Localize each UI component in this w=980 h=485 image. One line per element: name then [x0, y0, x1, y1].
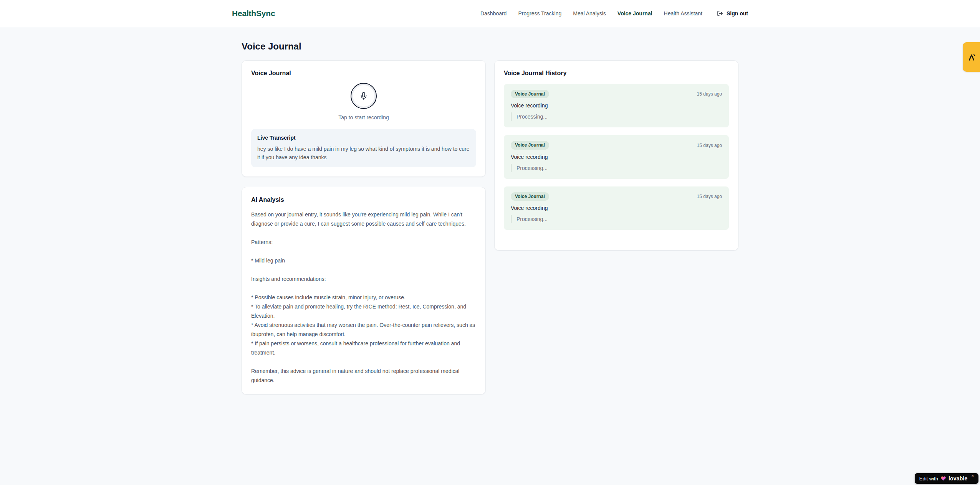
live-transcript-title: Live Transcript — [257, 135, 470, 141]
sign-out-button[interactable]: Sign out — [717, 10, 748, 16]
nav-item-dashboard[interactable]: Dashboard — [480, 10, 507, 16]
app-logo[interactable]: HealthSync — [232, 9, 275, 18]
record-button[interactable] — [351, 83, 377, 109]
voice-journal-history-card: Voice Journal History Voice Journal 15 d… — [494, 60, 738, 251]
entry-label: Voice recording — [511, 102, 722, 109]
voice-recorder-card: Voice Journal Tap to start recording Liv… — [242, 60, 486, 177]
browser-extension-tab[interactable] — [963, 42, 980, 72]
entry-label: Voice recording — [511, 205, 722, 211]
history-entry[interactable]: Voice Journal 15 days ago Voice recordin… — [504, 135, 729, 178]
microphone-icon — [359, 92, 368, 100]
nav-item-voice-journal[interactable]: Voice Journal — [617, 10, 652, 16]
logout-icon — [717, 10, 723, 16]
tap-to-record-hint: Tap to start recording — [338, 114, 389, 120]
entry-type-badge: Voice Journal — [511, 141, 549, 149]
caret-logo-icon — [967, 52, 977, 62]
entry-type-badge: Voice Journal — [511, 192, 549, 201]
edit-with-lovable-badge[interactable]: Edit with lovable × — [915, 473, 978, 484]
badge-close-icon[interactable]: × — [972, 474, 974, 478]
entry-status: Processing... — [511, 164, 722, 172]
heart-icon — [940, 476, 946, 481]
sign-out-label: Sign out — [727, 10, 748, 16]
top-navbar: HealthSync Dashboard Progress Tracking M… — [0, 0, 980, 27]
ai-analysis-text: Based on your journal entry, it sounds l… — [251, 210, 476, 385]
main-content: Voice Journal Voice Journal Tap to start… — [242, 27, 738, 394]
history-card-title: Voice Journal History — [504, 70, 729, 77]
history-entry[interactable]: Voice Journal 15 days ago Voice recordin… — [504, 84, 729, 127]
nav-item-health-assistant[interactable]: Health Assistant — [664, 10, 702, 16]
nav-item-meal-analysis[interactable]: Meal Analysis — [573, 10, 606, 16]
ai-analysis-title: AI Analysis — [251, 196, 476, 203]
edit-with-label: Edit with — [919, 476, 938, 482]
recorder-card-title: Voice Journal — [251, 70, 476, 77]
main-nav: Dashboard Progress Tracking Meal Analysi… — [469, 10, 748, 16]
entry-timestamp: 15 days ago — [697, 194, 722, 199]
live-transcript-box: Live Transcript hey so like I do have a … — [251, 129, 476, 167]
entry-timestamp: 15 days ago — [697, 91, 722, 97]
ai-analysis-card: AI Analysis Based on your journal entry,… — [242, 187, 486, 394]
history-entry[interactable]: Voice Journal 15 days ago Voice recordin… — [504, 186, 729, 230]
entry-status: Processing... — [511, 215, 722, 223]
entry-status: Processing... — [511, 112, 722, 121]
entry-timestamp: 15 days ago — [697, 143, 722, 148]
lovable-brand-label: lovable — [949, 475, 968, 482]
entry-label: Voice recording — [511, 154, 722, 160]
nav-item-progress-tracking[interactable]: Progress Tracking — [518, 10, 561, 16]
history-list: Voice Journal 15 days ago Voice recordin… — [504, 84, 729, 230]
entry-type-badge: Voice Journal — [511, 90, 549, 98]
page-title: Voice Journal — [242, 41, 738, 52]
live-transcript-text: hey so like I do have a mild pain in my … — [257, 145, 470, 162]
